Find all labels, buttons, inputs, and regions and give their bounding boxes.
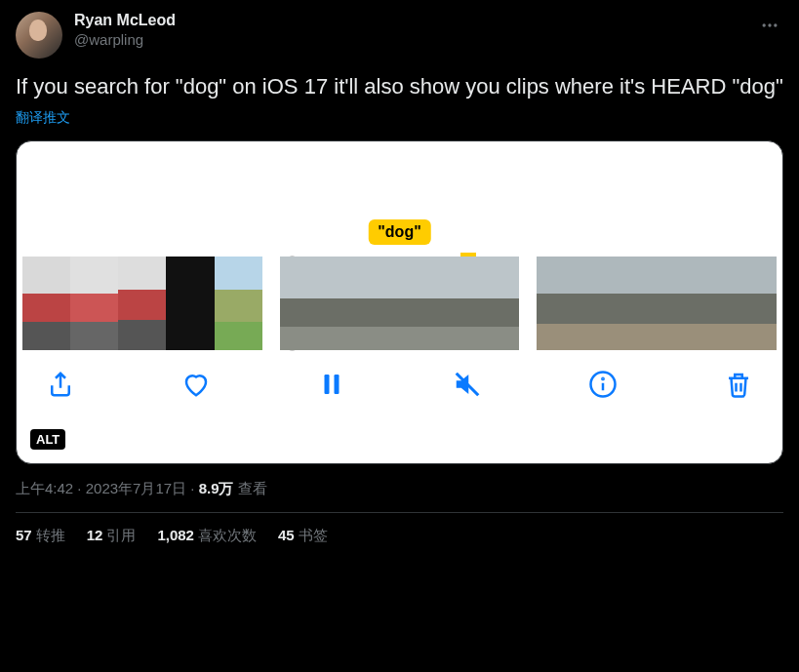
tweet-stats: 57转推 12引用 1,082喜欢次数 45书签 [16, 513, 783, 545]
thumbnail[interactable] [118, 257, 166, 350]
translate-link[interactable]: 翻译推文 [16, 109, 783, 127]
like-button[interactable] [181, 370, 211, 403]
clip-group[interactable] [537, 257, 777, 350]
pause-button[interactable] [317, 370, 346, 403]
alt-badge[interactable]: ALT [30, 429, 65, 450]
info-icon [588, 370, 618, 399]
stat-retweets[interactable]: 57转推 [16, 527, 65, 545]
author-block[interactable]: Ryan McLeod @warpling [74, 12, 756, 48]
svg-point-0 [763, 23, 766, 26]
thumbnail[interactable] [537, 257, 577, 350]
media-top: "dog" [17, 141, 782, 257]
thumbnail[interactable] [657, 257, 697, 350]
media-card[interactable]: "dog" [16, 140, 783, 464]
thumbnail[interactable] [280, 257, 340, 350]
meta-views-count: 8.9万 [199, 480, 234, 496]
stat-bookmarks[interactable]: 45书签 [278, 527, 328, 545]
clip-group[interactable] [22, 257, 262, 350]
meta-views-label: 查看 [234, 480, 267, 496]
thumbnail[interactable] [577, 257, 617, 350]
tweet-meta[interactable]: 上午4:42 · 2023年7月17日 · 8.9万 查看 [16, 480, 783, 498]
tweet-container: Ryan McLeod @warpling If you search for … [0, 0, 799, 545]
mute-button[interactable] [453, 370, 482, 403]
search-term-badge: "dog" [368, 219, 431, 245]
thumbnail[interactable] [737, 257, 777, 350]
ellipsis-icon [760, 16, 779, 35]
stat-quotes[interactable]: 12引用 [87, 527, 137, 545]
thumbnail[interactable] [22, 257, 70, 350]
thumbnail[interactable] [459, 257, 519, 350]
svg-rect-3 [325, 375, 330, 394]
timeline-strip[interactable] [17, 257, 782, 350]
heart-icon [181, 370, 211, 399]
tweet-text: If you search for "dog" on iOS 17 it'll … [16, 72, 783, 101]
meta-time: 上午4:42 [16, 480, 73, 496]
svg-point-8 [602, 378, 603, 379]
info-button[interactable] [588, 370, 618, 403]
thumbnail[interactable] [697, 257, 737, 350]
more-button[interactable] [756, 12, 783, 43]
mute-icon [453, 370, 482, 399]
delete-button[interactable] [724, 370, 753, 403]
share-button[interactable] [46, 370, 75, 403]
thumbnail[interactable] [400, 257, 459, 350]
avatar[interactable] [16, 12, 62, 59]
thumbnail[interactable] [70, 257, 118, 350]
meta-date: 2023年7月17日 [86, 480, 186, 496]
handle: @warpling [74, 31, 756, 48]
stat-likes[interactable]: 1,082喜欢次数 [157, 527, 257, 545]
svg-point-2 [774, 23, 777, 26]
player-controls [17, 350, 782, 403]
thumbnail[interactable] [215, 257, 262, 350]
tweet-header: Ryan McLeod @warpling [16, 12, 783, 59]
thumbnail[interactable] [617, 257, 657, 350]
svg-rect-4 [335, 375, 340, 394]
thumbnail[interactable] [340, 257, 399, 350]
svg-point-1 [768, 23, 771, 26]
clip-group[interactable] [280, 257, 520, 350]
display-name: Ryan McLeod [74, 12, 756, 29]
share-icon [46, 370, 75, 399]
trash-icon [724, 370, 753, 399]
thumbnail[interactable] [166, 257, 214, 350]
pause-icon [317, 370, 346, 399]
